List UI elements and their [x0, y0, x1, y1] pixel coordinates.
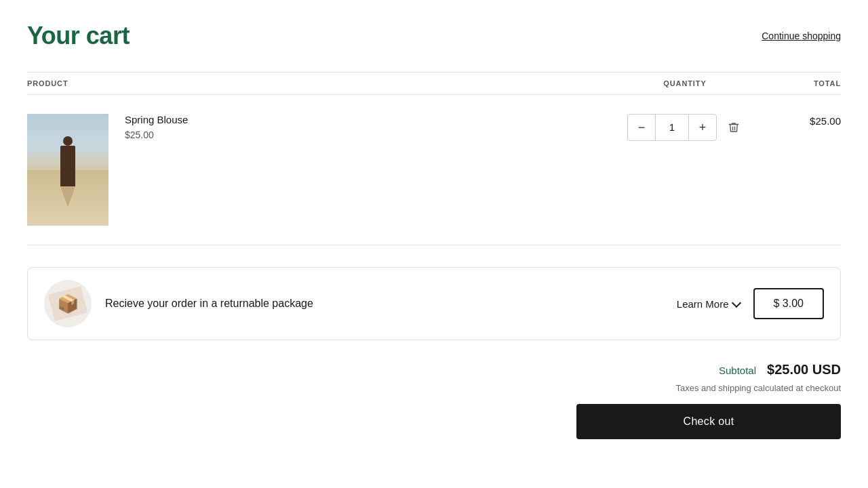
product-unit-price: $25.00: [125, 129, 610, 140]
package-icon-inner: [48, 286, 88, 321]
product-image-placeholder: [27, 114, 108, 226]
continue-shopping-button[interactable]: Continue shopping: [762, 30, 841, 41]
column-header-total: TOTAL: [760, 79, 841, 87]
trash-icon: [728, 121, 740, 134]
cart-summary: Subtotal $25.00 USD Taxes and shipping c…: [27, 362, 841, 439]
increase-quantity-button[interactable]: +: [689, 115, 716, 140]
page-title: Your cart: [27, 22, 130, 50]
table-header: PRODUCT QUANTITY TOTAL: [27, 72, 841, 95]
add-package-button[interactable]: $ 3.00: [753, 288, 824, 319]
quantity-control: − 1 +: [627, 114, 717, 141]
product-info: Spring Blouse $25.00: [125, 114, 610, 140]
product-image: [27, 114, 108, 226]
tax-shipping-note: Taxes and shipping calculated at checkou…: [675, 383, 841, 393]
decrease-quantity-button[interactable]: −: [628, 115, 655, 140]
subtotal-row: Subtotal $25.00 USD: [719, 362, 841, 378]
subtotal-amount: $25.00 USD: [767, 362, 841, 378]
product-column: Spring Blouse $25.00: [27, 114, 610, 226]
learn-more-button[interactable]: Learn More: [677, 298, 740, 310]
column-header-product: PRODUCT: [27, 79, 610, 87]
table-row: Spring Blouse $25.00 − 1 + $2: [27, 95, 841, 245]
quantity-value: 1: [655, 115, 689, 140]
column-header-quantity: QUANTITY: [610, 79, 760, 87]
subtotal-label: Subtotal: [719, 365, 756, 376]
banner-description: Recieve your order in a returnable packa…: [105, 298, 663, 310]
item-total-price: $25.00: [760, 114, 841, 127]
person-figure: [60, 146, 75, 186]
chevron-down-icon: [731, 298, 741, 307]
returnable-package-banner: Recieve your order in a returnable packa…: [27, 267, 841, 340]
cart-header: Your cart Continue shopping: [27, 22, 841, 50]
product-name: Spring Blouse: [125, 114, 610, 125]
quantity-section: − 1 +: [610, 114, 760, 141]
remove-item-button[interactable]: [725, 119, 743, 136]
package-icon: [44, 280, 92, 327]
checkout-button[interactable]: Check out: [576, 404, 841, 439]
